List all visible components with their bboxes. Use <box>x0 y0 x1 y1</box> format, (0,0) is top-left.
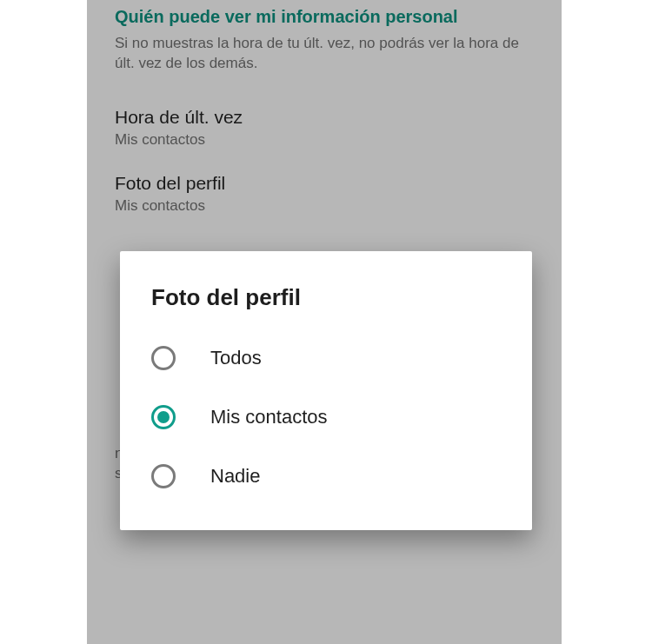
radio-icon <box>151 464 176 488</box>
option-label: Mis contactos <box>210 406 328 428</box>
profile-photo-dialog: Foto del perfil Todos Mis contactos Nadi… <box>120 251 532 530</box>
option-nobody[interactable]: Nadie <box>120 447 532 506</box>
option-label: Nadie <box>210 465 260 488</box>
option-everyone[interactable]: Todos <box>120 329 532 388</box>
radio-icon <box>151 346 176 370</box>
radio-icon-selected <box>151 405 176 429</box>
dialog-title: Foto del perfil <box>120 276 532 329</box>
option-label: Todos <box>210 347 262 369</box>
option-my-contacts[interactable]: Mis contactos <box>120 388 532 447</box>
